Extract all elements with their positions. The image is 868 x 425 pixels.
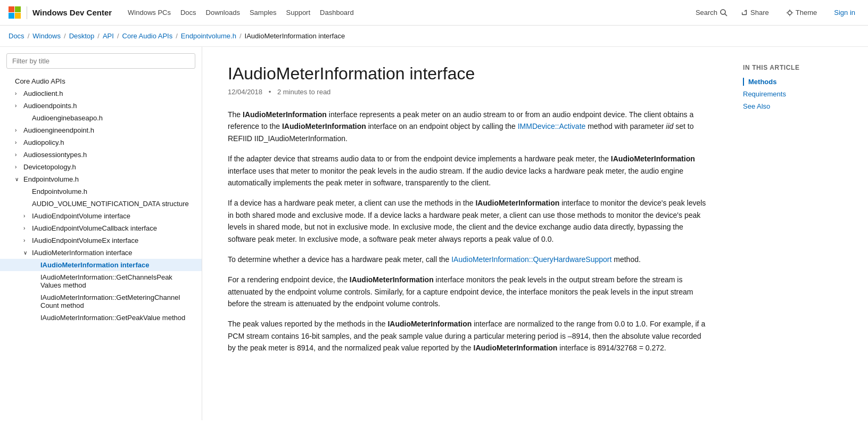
- article-paragraph-2: If the adapter device that streams audio…: [228, 153, 709, 189]
- search-label: Search: [696, 9, 717, 17]
- filter-input[interactable]: [6, 53, 195, 69]
- chevron-icon: ›: [15, 164, 23, 170]
- signin-button[interactable]: Sign in: [830, 6, 859, 19]
- toc-item-see-also: See Also: [743, 102, 843, 110]
- sidebar-item-iaudioendpointvolumeex[interactable]: › IAudioEndpointVolumeEx interface: [0, 234, 202, 247]
- sidebar-item-iaudioendpointvolumecallback[interactable]: › IAudioEndpointVolumeCallback interface: [0, 222, 202, 234]
- main-content: IAudioMeterInformation interface 12/04/2…: [202, 47, 734, 420]
- nav-docs[interactable]: Docs: [180, 9, 196, 17]
- nav-windows-pcs[interactable]: Windows PCs: [128, 9, 171, 17]
- toc-link-methods[interactable]: Methods: [743, 78, 776, 86]
- sidebar-item-iaudiometerinformation-group[interactable]: ∨ IAudioMeterInformation interface: [0, 247, 202, 259]
- article-date: 12/04/2018: [228, 88, 262, 96]
- nav-links: Windows PCs Docs Downloads Samples Suppo…: [128, 9, 354, 17]
- search-button[interactable]: Search: [696, 9, 728, 17]
- sidebar-item-audioengineendpoint[interactable]: › Audioengineendpoint.h: [0, 124, 202, 136]
- sidebar-item-audiosessiontypes[interactable]: › Audiosessiontypes.h: [0, 149, 202, 161]
- breadcrumb-windows[interactable]: Windows: [32, 32, 61, 40]
- meta-separator: •: [269, 88, 271, 96]
- breadcrumb-current: IAudioMeterInformation interface: [245, 32, 345, 40]
- svg-point-0: [721, 10, 725, 14]
- logo-area: Windows Dev Center: [9, 6, 112, 19]
- sidebar-item-label: IAudioMeterInformation interface: [40, 261, 195, 269]
- article-meta: 12/04/2018 • 2 minutes to read: [228, 88, 709, 96]
- theme-label: Theme: [796, 9, 817, 17]
- nav-dashboard[interactable]: Dashboard: [320, 9, 354, 17]
- theme-button[interactable]: Theme: [782, 6, 821, 19]
- chevron-icon: ›: [23, 238, 32, 243]
- sidebar-item-audioenginebaseapo[interactable]: Audioenginebaseapo.h: [0, 112, 202, 124]
- toc-list: Methods Requirements See Also: [743, 78, 843, 110]
- search-icon: [720, 9, 728, 17]
- sidebar-item-label: IAudioMeterInformation::GetPeakValue met…: [40, 314, 195, 322]
- chevron-icon: ∨: [23, 250, 32, 256]
- share-button[interactable]: Share: [737, 6, 773, 19]
- chevron-icon: ›: [15, 91, 23, 96]
- breadcrumb-api[interactable]: API: [103, 32, 114, 40]
- sidebar-item-label: IAudioEndpointVolumeEx interface: [32, 236, 195, 244]
- share-icon: [741, 9, 748, 17]
- sidebar-item-getmeteringchannelcount[interactable]: IAudioMeterInformation::GetMeteringChann…: [0, 291, 202, 312]
- breadcrumb: Docs / Windows / Desktop / API / Core Au…: [0, 26, 868, 47]
- top-navigation: Windows Dev Center Windows PCs Docs Down…: [0, 0, 868, 26]
- toc-link-requirements[interactable]: Requirements: [743, 90, 786, 98]
- article-paragraph-1: The IAudioMeterInformation interface rep…: [228, 109, 709, 144]
- article-paragraph-3: If a device has a hardware peak meter, a…: [228, 197, 709, 245]
- table-of-contents: In this article Methods Requirements See…: [734, 47, 852, 420]
- sidebar-item-label: Devicetopology.h: [23, 163, 195, 171]
- sidebar-item-audioclient[interactable]: › Audioclient.h: [0, 87, 202, 100]
- sidebar-item-audioendpoints[interactable]: › Audioendpoints.h: [0, 100, 202, 112]
- sidebar-item-iaudiometerinformation-interface[interactable]: IAudioMeterInformation interface: [0, 259, 202, 271]
- svg-line-1: [725, 14, 727, 16]
- article-paragraph-4: To determine whether a device has a hard…: [228, 254, 709, 265]
- sidebar-item-label: Audiosessiontypes.h: [23, 151, 195, 159]
- sidebar-item-label: Audioendpoints.h: [23, 102, 195, 110]
- nav-right: Search Share Theme Sign in: [696, 6, 859, 19]
- sidebar-item-core-audio-apis[interactable]: Core Audio APIs: [0, 75, 202, 87]
- microsoft-logo[interactable]: [9, 6, 21, 19]
- sidebar-item-iaudioendpointvolume[interactable]: › IAudioEndpointVolume interface: [0, 210, 202, 222]
- sidebar-item-label: Audioclient.h: [23, 89, 195, 97]
- sidebar-item-label: Endpointvolume.h: [23, 175, 195, 183]
- brand-link[interactable]: Windows Dev Center: [32, 8, 112, 17]
- sidebar-item-label: Audioenginebaseapo.h: [32, 114, 195, 122]
- sidebar-item-label: AUDIO_VOLUME_NOTIFICATION_DATA structure: [32, 200, 195, 208]
- sidebar-item-endpointvolume[interactable]: ∨ Endpointvolume.h: [0, 173, 202, 185]
- sidebar-item-label: IAudioEndpointVolume interface: [32, 212, 195, 220]
- breadcrumb-desktop[interactable]: Desktop: [69, 32, 95, 40]
- nav-samples[interactable]: Samples: [250, 9, 277, 17]
- sidebar-item-label: Audioengineendpoint.h: [23, 126, 195, 134]
- sidebar-item-devicetopology[interactable]: › Devicetopology.h: [0, 161, 202, 173]
- article-paragraph-6: The peak values reported by the methods …: [228, 318, 709, 354]
- breadcrumb-docs[interactable]: Docs: [9, 32, 24, 40]
- sidebar-tree: Core Audio APIs › Audioclient.h › Audioe…: [0, 75, 202, 324]
- sidebar-item-audiopolicy[interactable]: › Audiopolicy.h: [0, 136, 202, 149]
- chevron-icon: ›: [15, 103, 23, 109]
- imm-device-activate-link[interactable]: IMMDevice::Activate: [518, 122, 586, 130]
- article-read-time: 2 minutes to read: [277, 88, 330, 96]
- main-layout: Core Audio APIs › Audioclient.h › Audioe…: [0, 47, 868, 420]
- chevron-icon: ›: [15, 140, 23, 145]
- toc-link-see-also[interactable]: See Also: [743, 102, 770, 110]
- sidebar-item-label: Audiopolicy.h: [23, 138, 195, 146]
- sidebar-item-audio-volume-notification[interactable]: AUDIO_VOLUME_NOTIFICATION_DATA structure: [0, 198, 202, 210]
- chevron-icon: ›: [15, 152, 23, 158]
- sidebar-item-label: Core Audio APIs: [15, 77, 195, 85]
- toc-item-requirements: Requirements: [743, 90, 843, 98]
- breadcrumb-sep-4: /: [176, 32, 178, 40]
- chevron-icon: ›: [15, 127, 23, 133]
- breadcrumb-endpointvolume[interactable]: Endpointvolume.h: [181, 32, 236, 40]
- sidebar-item-getpeakvalue[interactable]: IAudioMeterInformation::GetPeakValue met…: [0, 312, 202, 324]
- chevron-icon: ›: [23, 213, 32, 219]
- svg-point-2: [788, 11, 791, 14]
- article-title: IAudioMeterInformation interface: [228, 64, 709, 84]
- nav-support[interactable]: Support: [286, 9, 311, 17]
- chevron-icon: ›: [23, 225, 32, 231]
- sidebar-item-endpointvolume-sub[interactable]: Endpointvolume.h: [0, 185, 202, 198]
- nav-downloads[interactable]: Downloads: [206, 9, 240, 17]
- sidebar-item-getchannelspeakvalues[interactable]: IAudioMeterInformation::GetChannelsPeakV…: [0, 271, 202, 291]
- query-hardware-support-link[interactable]: IAudioMeterInformation::QueryHardwareSup…: [451, 255, 611, 264]
- sidebar-item-label: IAudioMeterInformation::GetChannelsPeakV…: [40, 273, 195, 289]
- breadcrumb-coreaudio[interactable]: Core Audio APIs: [122, 32, 173, 40]
- share-label: Share: [750, 9, 769, 17]
